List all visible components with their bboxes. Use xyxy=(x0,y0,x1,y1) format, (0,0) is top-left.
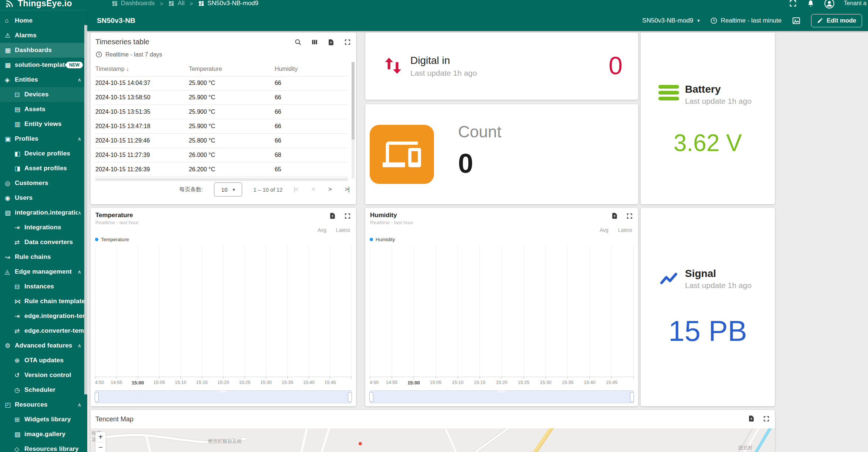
sidebar-item-integration-integrations[interactable]: ▧integration.integrations…∧ xyxy=(0,205,87,220)
expand-icon[interactable] xyxy=(626,213,633,219)
sidebar-item-users[interactable]: ◉Users xyxy=(0,191,87,205)
sidebar-item-scheduler[interactable]: ◷Scheduler xyxy=(0,383,87,397)
sidebar-item-asset-profiles[interactable]: ◨Asset profiles xyxy=(0,161,87,176)
widget-title: Count xyxy=(458,123,501,141)
sidebar-item-resources-library[interactable]: ◇Resources library xyxy=(0,442,87,452)
temperature-chart-widget: Temperature Realtime - last hour Avg Lat… xyxy=(91,208,356,406)
export-icon[interactable] xyxy=(748,415,755,422)
range-handle-left[interactable] xyxy=(95,392,99,402)
range-handle-right[interactable] xyxy=(348,392,352,402)
search-icon[interactable] xyxy=(294,38,302,46)
column-header-temperature[interactable]: Temperature xyxy=(189,66,275,72)
sidebar-item-widgets-library[interactable]: ⊞Widgets library xyxy=(0,412,87,427)
prev-page-button[interactable]: < xyxy=(312,186,315,193)
notifications-bell-icon[interactable] xyxy=(807,0,815,7)
table-row[interactable]: 2024-10-15 13:47:1825.900 °C66 xyxy=(95,119,348,134)
sidebar-item-resources[interactable]: ◰Resources∧ xyxy=(0,397,87,412)
widget-title: Digital in xyxy=(410,55,450,66)
sidebar-item-entity-views[interactable]: ▥Entity views xyxy=(0,117,87,131)
map-canvas[interactable]: 横担村横担五组 团北村 桂横 塘组 + − xyxy=(91,428,775,452)
rule-chains-icon: ↝ xyxy=(5,253,15,261)
edit-mode-button[interactable]: Edit mode xyxy=(811,14,862,27)
fullscreen-icon[interactable] xyxy=(789,0,797,7)
sidebar-item-edge-converter-templat[interactable]: ⇄edge.converter-templat… xyxy=(0,323,87,338)
sidebar-item-solution-template-sol[interactable]: ▩solution-template.sol…NEW xyxy=(0,58,87,72)
entity-selector[interactable]: SN50v3-NB-mod9▾ xyxy=(642,17,699,24)
sidebar-item-device-profiles[interactable]: ◧Device profiles xyxy=(0,146,87,161)
table-vertical-scrollbar[interactable] xyxy=(352,62,355,179)
chevron-up-icon: ∧ xyxy=(78,402,81,408)
per-page-select[interactable]: 10 ▾ xyxy=(214,182,242,196)
table-row[interactable]: 2024-10-15 13:58:5025.900 °C66 xyxy=(95,90,348,105)
dashboard-icon xyxy=(168,0,174,7)
sidebar-item-entities[interactable]: ◈Entities∧ xyxy=(0,72,87,87)
sidebar-item-profiles[interactable]: ▣Profiles∧ xyxy=(0,131,87,146)
table-row[interactable]: 2024-10-15 14:04:3725.900 °C66 xyxy=(95,76,348,90)
zoom-in-button[interactable]: + xyxy=(95,432,106,442)
sidebar-item-home[interactable]: ⌂Home xyxy=(0,13,87,28)
trend-line-icon xyxy=(658,268,680,288)
legend-item[interactable]: Humidity xyxy=(370,237,395,242)
sidebar-item-dashboards[interactable]: ▦Dashboards xyxy=(0,43,87,58)
app-logo[interactable]: ThingsEye.io xyxy=(0,0,87,8)
table-row[interactable]: 2024-10-15 11:26:3926.200 °C65 xyxy=(95,162,348,177)
sidebar-item-rule-chain-templates[interactable]: ⋈Rule chain templates xyxy=(0,294,87,309)
sidebar-item-data-converters[interactable]: ⇄Data converters xyxy=(0,235,87,250)
table-timewindow[interactable]: Realtime - last 7 days xyxy=(95,51,162,58)
table-row[interactable]: 2024-10-15 13:51:3525.900 °C66 xyxy=(95,105,348,119)
last-page-button[interactable]: >| xyxy=(345,186,349,193)
sidebar-item-devices[interactable]: ⊡Devices xyxy=(0,87,87,102)
expand-icon[interactable] xyxy=(344,39,351,45)
legend-item[interactable]: Temperature xyxy=(95,237,129,242)
legend-col-avg[interactable]: Avg xyxy=(600,227,608,233)
edge-integration-templ--icon: ⇥ xyxy=(14,312,24,320)
expand-icon[interactable] xyxy=(763,415,770,422)
table-row[interactable]: 2024-10-15 11:29:4625.800 °C66 xyxy=(95,134,348,148)
breadcrumb-separator: > xyxy=(190,0,193,7)
export-icon[interactable] xyxy=(328,39,335,46)
sidebar-item-ota-updates[interactable]: ⊕OTA updates xyxy=(0,353,87,368)
breadcrumb-item[interactable]: SN50v3-NB-mod9 xyxy=(198,0,258,7)
timewindow-button[interactable]: Realtime - last minute xyxy=(710,17,781,24)
map-marker[interactable] xyxy=(358,442,362,446)
image-icon[interactable] xyxy=(792,16,801,25)
x-tick-label: 15:10 xyxy=(452,380,463,385)
columns-icon[interactable] xyxy=(311,39,318,45)
widgets-library-icon: ⊞ xyxy=(14,416,24,424)
sidebar-item-edge-integration-templ[interactable]: ⇥edge.integration-templ… xyxy=(0,309,87,323)
first-page-button[interactable]: |< xyxy=(294,186,298,193)
column-header-humidity[interactable]: Humidity xyxy=(275,66,348,72)
table-horizontal-scrollbar[interactable] xyxy=(95,178,348,181)
legend-col-latest[interactable]: Latest xyxy=(336,227,350,233)
expand-icon[interactable] xyxy=(344,213,351,219)
next-page-button[interactable]: > xyxy=(328,186,332,193)
range-selector[interactable] xyxy=(95,390,352,403)
battery-bars-icon xyxy=(658,85,679,103)
breadcrumb-item[interactable]: Dashboards xyxy=(112,0,155,7)
sidebar-item-assets[interactable]: ▤Assets xyxy=(0,102,87,117)
sidebar-scrollbar[interactable] xyxy=(84,25,87,394)
avatar[interactable] xyxy=(824,0,834,8)
sidebar-item-instances[interactable]: ⊟Instances xyxy=(0,279,87,294)
column-header-timestamp[interactable]: Timestamp ↓ xyxy=(95,66,189,72)
range-selector[interactable] xyxy=(370,390,634,403)
sidebar-item-rule-chains[interactable]: ↝Rule chains xyxy=(0,250,87,264)
legend-col-latest[interactable]: Latest xyxy=(618,227,632,233)
sidebar-item-version-control[interactable]: ↺Version control xyxy=(0,368,87,383)
sidebar-item-alarms[interactable]: ⚠Alarms xyxy=(0,28,87,43)
sidebar-item-integrations[interactable]: ⇥Integrations xyxy=(0,220,87,235)
range-handle-right[interactable] xyxy=(630,392,634,402)
sidebar-item-image-gallery[interactable]: ▨image.gallery xyxy=(0,427,87,442)
export-icon[interactable] xyxy=(611,212,618,219)
sidebar-item-advanced-features[interactable]: ⚙Advanced features∧ xyxy=(0,338,87,353)
export-icon[interactable] xyxy=(329,212,336,219)
table-header-row: Timestamp ↓TemperatureHumidity xyxy=(95,62,348,76)
breadcrumb-item[interactable]: All xyxy=(168,0,184,7)
legend-col-avg[interactable]: Avg xyxy=(318,227,326,233)
range-handle-left[interactable] xyxy=(369,392,373,402)
table-row[interactable]: 2024-10-15 11:27:3926.000 °C68 xyxy=(95,148,348,162)
sidebar-item-customers[interactable]: ◎Customers xyxy=(0,176,87,191)
sidebar-item-edge-management[interactable]: ◬Edge management∧ xyxy=(0,264,87,279)
zoom-out-button[interactable]: − xyxy=(95,442,106,452)
customers-icon: ◎ xyxy=(5,179,15,187)
